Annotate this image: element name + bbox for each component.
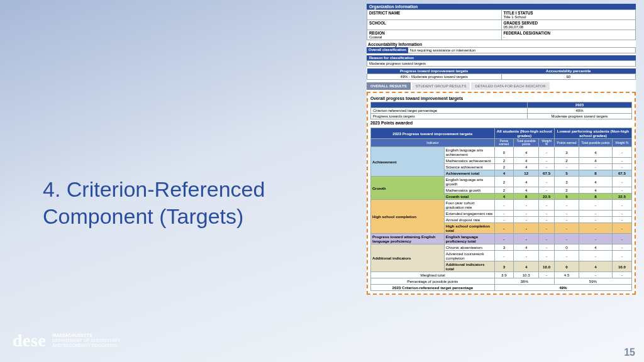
- cell: High school completion total: [444, 223, 494, 234]
- overall-class-row: Overall classification Not requiring ass…: [367, 47, 636, 53]
- slide: 4. Criterion-Referenced Component (Targe…: [0, 0, 644, 362]
- cell: 4: [514, 177, 539, 187]
- cell: Extended engagement rate: [444, 211, 494, 217]
- cell: Achievement: [371, 147, 445, 177]
- cell: 8: [579, 194, 613, 200]
- cell: 4: [579, 147, 613, 158]
- cell: -: [612, 223, 631, 234]
- cell: -: [514, 217, 539, 223]
- cell: -: [612, 217, 631, 223]
- cell: -: [539, 177, 555, 187]
- cell: 4.5: [554, 272, 579, 278]
- cell: -: [579, 251, 613, 261]
- cell: -: [494, 251, 513, 261]
- cell: 8: [514, 194, 539, 200]
- cell: -: [612, 272, 631, 278]
- org-label: FEDERAL DESIGNATION: [504, 31, 634, 35]
- cell: Annual dropout rate: [444, 217, 494, 223]
- cell: 8: [579, 170, 613, 177]
- org-value: 05,06,07,08: [504, 25, 634, 29]
- cell: 2023 Criterion-referenced target percent…: [371, 285, 495, 291]
- col-val: 49% - Moderate progress toward targets: [367, 74, 502, 80]
- cell: -: [554, 234, 579, 244]
- cell: Percentage of possible points: [371, 278, 495, 285]
- hdr: Lowest performing students (Non-high sch…: [554, 128, 631, 139]
- cell: 3: [494, 244, 513, 251]
- hdr: Points earned: [554, 139, 579, 147]
- org-row: DISTRICT NAME TITLE I STATUSTitle 1 Scho…: [367, 10, 636, 20]
- cell: -: [612, 158, 631, 164]
- cell: -: [539, 164, 555, 170]
- cell: -: [539, 211, 555, 217]
- logo-subtitle: MASSACHUSETTS Department of Elementary a…: [52, 333, 120, 348]
- cell: Additional indicators: [371, 244, 445, 272]
- cell: -: [494, 223, 513, 234]
- cell: 67.5: [539, 170, 555, 177]
- cell: 22.5: [539, 194, 555, 200]
- points-table: 2023 Progress toward improvement targets…: [370, 128, 632, 291]
- cell: English language arts growth: [444, 177, 494, 187]
- slide-title: 4. Criterion-Referenced Component (Targe…: [43, 176, 345, 229]
- row-val: Moderate progress toward targets: [528, 114, 632, 119]
- col-val: 60: [501, 74, 636, 80]
- cell: English language arts achievement: [444, 147, 494, 158]
- cell: 0: [554, 261, 579, 272]
- cell: -: [554, 164, 579, 170]
- cell: Additional indicators total: [444, 261, 494, 272]
- cell: 4: [514, 147, 539, 158]
- tabs: OVERALL RESULTS STUDENT GROUP RESULTS DE…: [367, 82, 636, 90]
- cell: -: [612, 234, 631, 244]
- org-header: Organization Information: [367, 4, 636, 9]
- org-value: Coastal: [369, 35, 499, 39]
- cell: Science achievement: [444, 164, 494, 170]
- cell: 2: [554, 187, 579, 194]
- cell: -: [554, 223, 579, 234]
- cell: 10.3: [514, 272, 539, 278]
- cell: -: [612, 251, 631, 261]
- cell: 4: [579, 177, 613, 187]
- cell: -: [612, 187, 631, 194]
- cell: Weighted total: [371, 272, 495, 278]
- cell: -: [579, 272, 613, 278]
- cell: 2: [494, 158, 513, 164]
- cell: -: [579, 200, 613, 211]
- cell: -: [539, 147, 555, 158]
- org-label: SCHOOL: [369, 21, 499, 25]
- logo-line3: and Secondary Education: [52, 343, 120, 348]
- tab-detailed[interactable]: DETAILED DATA FOR EACH INDICATOR: [471, 82, 549, 90]
- cell: 3: [554, 177, 579, 187]
- tab-student-group[interactable]: STUDENT GROUP RESULTS: [412, 82, 470, 90]
- overall-progress-title: Overall progress toward improvement targ…: [370, 95, 632, 102]
- acct-title: Accountability Information: [367, 40, 636, 47]
- cell: -: [539, 187, 555, 194]
- row-label: Criterion-referenced target percentage: [371, 108, 528, 114]
- cell: 5: [554, 170, 579, 177]
- cell: Advanced coursework completion: [444, 251, 494, 261]
- cell: Mathematics growth: [444, 187, 494, 194]
- tab-overall[interactable]: OVERALL RESULTS: [367, 82, 411, 90]
- row-label: Progress towards targets: [371, 114, 528, 119]
- hdr: Weight %: [612, 139, 631, 147]
- cell: 10.0: [539, 261, 555, 272]
- cell: 4: [514, 158, 539, 164]
- cell: 2: [494, 187, 513, 194]
- cell: Growth: [371, 177, 445, 200]
- cell: 0: [494, 147, 513, 158]
- cell: -: [612, 244, 631, 251]
- cell: 4: [579, 261, 613, 272]
- cell: -: [539, 158, 555, 164]
- hdr: Weight %: [539, 139, 555, 147]
- cell: -: [612, 200, 631, 211]
- cell: 4: [579, 187, 613, 194]
- cell: 3: [554, 147, 579, 158]
- cell: High school completion: [371, 200, 445, 234]
- cell: -: [494, 211, 513, 217]
- cell: 3: [494, 261, 513, 272]
- org-row: REGIONCoastal FEDERAL DESIGNATION-: [367, 30, 636, 40]
- cell: -: [539, 200, 555, 211]
- cell: -: [554, 217, 579, 223]
- cell: Mathematics achievement: [444, 158, 494, 164]
- cell: 49%: [494, 285, 631, 291]
- hdr: All students (Non-high school grades): [494, 128, 554, 139]
- cell: -: [579, 223, 613, 234]
